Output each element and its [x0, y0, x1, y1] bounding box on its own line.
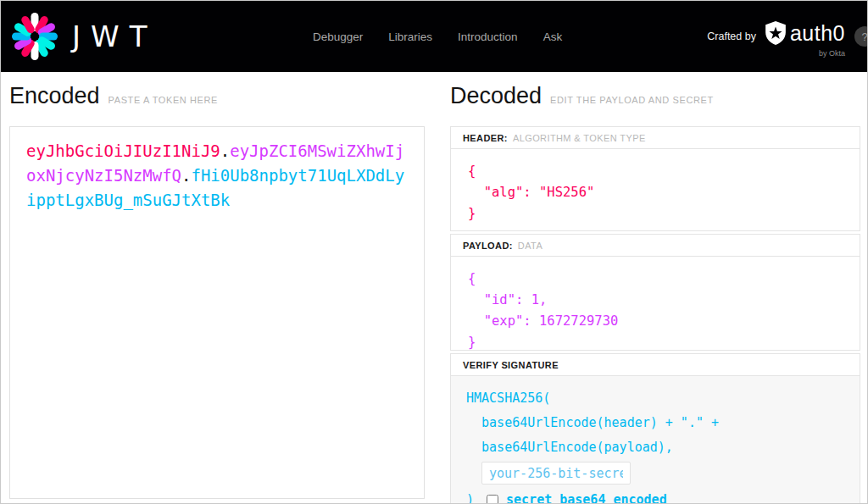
signature-close-paren: ): [466, 488, 474, 504]
by-okta-label: by Okta: [819, 49, 845, 58]
payload-section-sublabel: DATA: [518, 241, 542, 251]
decoded-title: Decoded: [450, 83, 542, 109]
decoded-subtitle: EDIT THE PAYLOAD AND SECRET: [550, 95, 714, 105]
auth0-wordmark: auth0: [790, 21, 845, 46]
header-section-label-row: HEADER: ALGORITHM & TOKEN TYPE: [451, 127, 860, 149]
nav-link-libraries[interactable]: Libraries: [388, 30, 432, 43]
signature-code-line: base64UrlEncode(payload),: [466, 435, 848, 460]
signature-close-line: ) secret base64 encoded: [466, 488, 848, 504]
help-button[interactable]: ?: [854, 26, 868, 47]
header-json-editor[interactable]: { "alg": "HS256" }: [451, 149, 860, 230]
verify-signature-label-row: VERIFY SIGNATURE: [451, 354, 860, 376]
header-section-label: HEADER:: [463, 133, 508, 143]
token-dot-2: .: [181, 166, 191, 185]
token-dot-1: .: [220, 141, 230, 160]
main-nav: Debugger Libraries Introduction Ask: [313, 1, 562, 72]
payload-section-label-row: PAYLOAD: DATA: [451, 235, 860, 257]
encoded-title-block: Encoded PASTE A TOKEN HERE: [9, 83, 218, 109]
jwt-brand[interactable]: JWT: [1, 11, 157, 62]
jwt-logotype: JWT: [72, 19, 157, 53]
verify-signature-body: HMACSHA256( base64UrlEncode(header) + ".…: [451, 376, 860, 503]
nav-link-debugger[interactable]: Debugger: [313, 30, 363, 43]
payload-section: PAYLOAD: DATA { "id": 1, "exp": 16727297…: [450, 234, 860, 351]
crafted-by-label: Crafted by: [707, 30, 756, 42]
crafted-by-block: Crafted by auth0 by Okta: [707, 1, 845, 72]
encoded-title: Encoded: [9, 83, 100, 109]
nav-link-introduction[interactable]: Introduction: [458, 30, 518, 43]
jwt-logo-icon: [9, 11, 60, 62]
verify-signature-section: VERIFY SIGNATURE HMACSHA256( base64UrlEn…: [450, 353, 860, 504]
signature-code-line: base64UrlEncode(header) + "." +: [466, 411, 848, 435]
decoded-panel: HEADER: ALGORITHM & TOKEN TYPE { "alg": …: [450, 126, 860, 504]
header-json-line: "alg": "HS256": [468, 182, 848, 203]
header-section: HEADER: ALGORITHM & TOKEN TYPE { "alg": …: [450, 126, 860, 231]
signature-code-line: HMACSHA256(: [466, 386, 848, 411]
nav-link-ask[interactable]: Ask: [543, 30, 563, 43]
payload-section-label: PAYLOAD:: [463, 241, 513, 251]
navbar: JWT Debugger Libraries Introduction Ask …: [1, 1, 867, 72]
header-json-line: }: [468, 203, 848, 224]
secret-base64-label[interactable]: secret base64 encoded: [506, 488, 667, 504]
jwt-token-input[interactable]: eyJhbGciOiJIUzI1NiJ9.eyJpZCI6MSwiZXhwIjo…: [26, 139, 408, 213]
header-json-line: {: [468, 161, 848, 182]
encoded-token-box[interactable]: eyJhbGciOiJIUzI1NiJ9.eyJpZCI6MSwiZXhwIjo…: [9, 126, 425, 499]
payload-json-line: "id": 1,: [468, 290, 848, 311]
payload-json-line: {: [468, 269, 848, 290]
header-section-sublabel: ALGORITHM & TOKEN TYPE: [513, 133, 646, 143]
secret-base64-checkbox[interactable]: [487, 495, 498, 504]
auth0-shield-icon: [765, 21, 787, 45]
payload-json-line: }: [468, 332, 848, 353]
payload-json-line: "exp": 1672729730: [468, 311, 848, 332]
verify-signature-label: VERIFY SIGNATURE: [463, 360, 559, 370]
auth0-logo[interactable]: auth0 by Okta: [765, 21, 845, 53]
encoded-subtitle: PASTE A TOKEN HERE: [108, 95, 218, 105]
jwt-io-page: JWT Debugger Libraries Introduction Ask …: [0, 0, 868, 504]
secret-input[interactable]: [481, 462, 631, 485]
payload-json-editor[interactable]: { "id": 1, "exp": 1672729730 }: [451, 257, 860, 350]
token-header-segment[interactable]: eyJhbGciOiJIUzI1NiJ9: [26, 141, 220, 160]
decoded-title-block: Decoded EDIT THE PAYLOAD AND SECRET: [450, 83, 714, 109]
